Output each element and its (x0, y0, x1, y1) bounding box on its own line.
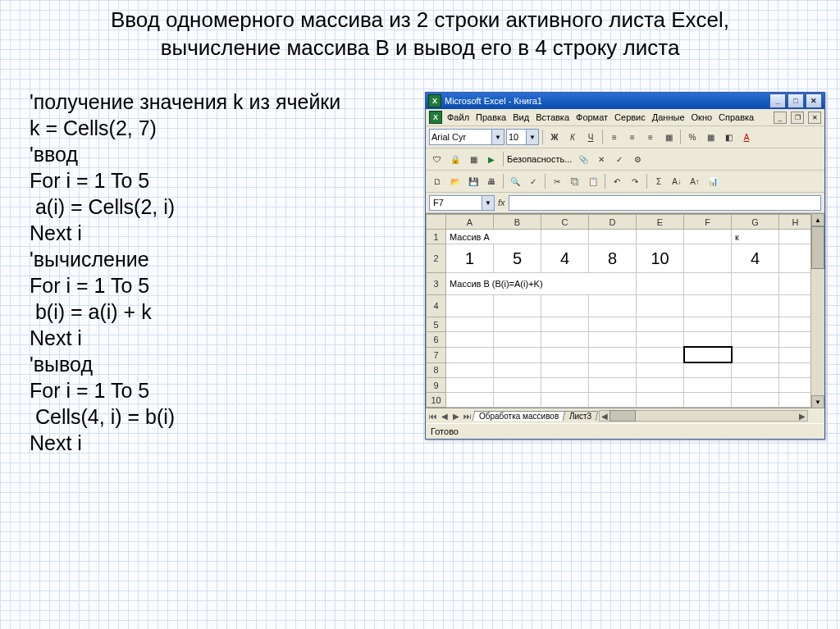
cell[interactable] (779, 393, 812, 408)
cell[interactable] (494, 378, 541, 393)
sort-asc-button[interactable]: A↓ (669, 173, 685, 189)
menu-file[interactable]: Файл (445, 112, 471, 123)
col-head[interactable]: C (541, 215, 589, 230)
cell[interactable]: 1 (446, 244, 494, 273)
cut-button[interactable]: ✂ (549, 173, 565, 189)
font-color-button[interactable]: A (738, 129, 755, 145)
cell[interactable] (637, 230, 684, 244)
maximize-button[interactable]: □ (788, 93, 804, 108)
redo-button[interactable]: ↷ (627, 173, 643, 189)
cell[interactable] (494, 332, 541, 348)
save-button[interactable]: 💾 (465, 173, 482, 189)
cell[interactable]: 4 (732, 244, 779, 273)
cell[interactable] (637, 393, 684, 408)
cell[interactable] (732, 393, 779, 408)
row-head[interactable]: 4 (427, 295, 446, 317)
minimize-button[interactable]: _ (769, 93, 786, 108)
cell[interactable] (732, 378, 779, 393)
menu-edit[interactable]: Правка (474, 112, 508, 123)
cell[interactable] (494, 362, 541, 378)
cell[interactable] (684, 317, 732, 332)
tab-first-button[interactable]: ⏮ (427, 412, 439, 421)
cell[interactable] (637, 347, 684, 362)
cell[interactable] (732, 332, 779, 348)
menu-view[interactable]: Вид (511, 112, 531, 123)
cell[interactable] (589, 362, 637, 378)
col-head[interactable]: D (589, 215, 637, 230)
col-head[interactable]: E (637, 215, 684, 230)
vscrollbar[interactable]: ▲ ▼ (810, 213, 824, 408)
cell[interactable] (637, 317, 684, 332)
cell[interactable] (446, 317, 494, 332)
sheet-tab-active[interactable]: Обработка массивов (472, 411, 566, 421)
cell[interactable] (779, 230, 812, 244)
copy-button[interactable]: ⿻ (567, 173, 583, 189)
row-head[interactable]: 6 (427, 332, 446, 348)
worksheet-grid[interactable]: A B C D E F G H 1 Массив А к (426, 213, 811, 408)
doc-close-button[interactable]: ✕ (808, 112, 821, 124)
doc-restore-button[interactable]: ❐ (791, 112, 804, 124)
bold-button[interactable]: Ж (546, 129, 563, 145)
menu-insert[interactable]: Вставка (534, 112, 571, 123)
selected-cell[interactable] (684, 347, 732, 362)
cell[interactable] (446, 332, 494, 348)
spell-button[interactable]: ✓ (525, 173, 541, 189)
cell[interactable] (637, 378, 684, 393)
new-button[interactable]: 🗋 (429, 173, 445, 189)
borders-button[interactable]: ▦ (702, 129, 719, 145)
cell[interactable] (732, 347, 779, 362)
cell[interactable] (541, 347, 589, 362)
cell[interactable] (589, 317, 637, 332)
fill-color-button[interactable]: ◧ (720, 129, 737, 145)
cell[interactable] (446, 347, 494, 362)
cell[interactable] (541, 317, 589, 332)
cell[interactable] (684, 230, 732, 244)
cell[interactable] (446, 393, 494, 408)
formula-bar[interactable] (509, 195, 821, 211)
menu-window[interactable]: Окно (690, 112, 714, 123)
sort-desc-button[interactable]: A↑ (687, 173, 703, 189)
menu-format[interactable]: Формат (574, 112, 609, 123)
cell[interactable]: Массив А (446, 230, 541, 244)
cell[interactable] (541, 295, 589, 317)
cell[interactable] (589, 347, 637, 362)
play-icon[interactable]: ▶ (483, 151, 500, 167)
tool-icon[interactable]: 📎 (575, 151, 591, 167)
cell[interactable] (779, 332, 812, 348)
paste-button[interactable]: 📋 (585, 173, 601, 189)
col-head[interactable]: F (684, 215, 732, 230)
align-right-button[interactable]: ≡ (642, 129, 659, 145)
cell[interactable] (732, 317, 779, 332)
cell[interactable]: Массив В (B(i)=A(i)+K) (446, 273, 637, 295)
cell[interactable] (446, 295, 494, 317)
tab-next-button[interactable]: ▶ (450, 412, 462, 421)
align-center-button[interactable]: ≡ (624, 129, 641, 145)
cell[interactable] (684, 273, 732, 295)
cell[interactable]: 8 (589, 244, 637, 273)
row-head[interactable]: 9 (427, 378, 446, 393)
cell[interactable] (684, 378, 732, 393)
cell[interactable] (446, 362, 494, 378)
cell[interactable] (684, 295, 732, 317)
tab-last-button[interactable]: ⏭ (462, 412, 473, 421)
cell[interactable] (779, 317, 812, 332)
cell[interactable] (637, 362, 684, 378)
cell[interactable] (589, 295, 637, 317)
tool-icon4[interactable]: ⚙ (629, 151, 646, 167)
name-box[interactable]: F7▼ (429, 195, 495, 211)
cell[interactable]: 10 (637, 244, 684, 273)
menu-help[interactable]: Справка (717, 112, 756, 123)
undo-button[interactable]: ↶ (609, 173, 625, 189)
cell[interactable] (494, 295, 541, 317)
security-icon[interactable]: 🛡 (429, 151, 445, 167)
cell[interactable] (732, 362, 779, 378)
cell[interactable] (494, 393, 541, 408)
cell[interactable] (541, 332, 589, 348)
tool-icon3[interactable]: ✓ (611, 151, 628, 167)
cell[interactable]: 4 (541, 244, 589, 273)
col-head[interactable]: H (779, 215, 812, 230)
font-name-select[interactable]: Arial Cyr▼ (429, 129, 504, 145)
italic-button[interactable]: К (564, 129, 581, 145)
cell[interactable] (779, 362, 812, 378)
tab-prev-button[interactable]: ◀ (439, 412, 450, 421)
